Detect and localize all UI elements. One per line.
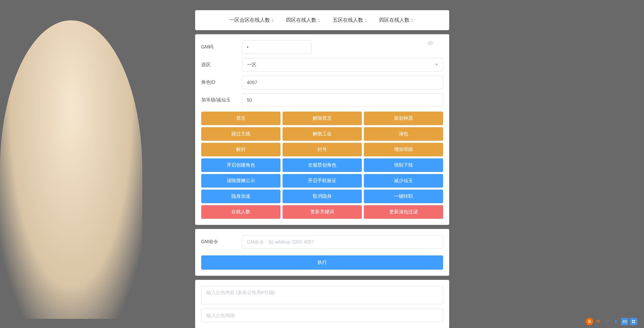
svg-rect-3 — [615, 320, 617, 322]
ime-logo-icon[interactable]: S — [586, 318, 593, 325]
roleid-label: 角色ID — [201, 79, 242, 85]
svg-rect-5 — [624, 321, 624, 322]
gm-command-card: GM命令 执行 — [195, 229, 449, 276]
gmcmd-label: GM命令 — [201, 239, 242, 245]
ban-button[interactable]: 封号 — [283, 143, 362, 156]
add-level-button[interactable]: 增加等级 — [364, 143, 443, 156]
ime-mic-icon[interactable] — [612, 318, 620, 325]
online-stats-card: 一区合区在线人数： 四区在线人数： 五区在线人数： 四区在线人数： — [195, 10, 449, 30]
gmcode-input[interactable] — [242, 40, 311, 54]
execute-button[interactable]: 执行 — [201, 255, 443, 270]
clear-stall-button[interactable]: 清除摆摊公示 — [201, 174, 281, 188]
ime-toolbar: S 中 — [586, 318, 637, 325]
svg-rect-9 — [634, 320, 635, 322]
svg-point-0 — [430, 42, 431, 44]
stat-zone1: 一区合区在线人数： — [229, 17, 275, 23]
action-button-grid: 禁言 解除禁言 策划神器 跳过主线 解散工会 清包 解封 封号 增加等级 开启创… — [201, 112, 443, 219]
eye-icon[interactable] — [428, 40, 433, 47]
level-label: 加等级/减仙玉 — [201, 97, 242, 103]
svg-point-1 — [606, 322, 607, 323]
gm-form-card: GM码 选区 角色ID 加等级/减仙玉 禁言 解除禁言 策划神器 — [195, 34, 449, 225]
enable-create-role-button[interactable]: 开启创建角色 — [201, 158, 281, 172]
ime-grid-icon[interactable] — [630, 318, 637, 325]
ime-keyboard-icon[interactable] — [621, 318, 628, 325]
enable-phone-verify-button[interactable]: 开启手机验证 — [283, 174, 362, 188]
force-offline-button[interactable]: 强制下线 — [364, 158, 443, 172]
mute-button[interactable]: 禁言 — [201, 112, 281, 125]
online-count-button[interactable]: 在线人数 — [201, 205, 281, 219]
disband-guild-button[interactable]: 解散工会 — [283, 127, 362, 141]
reduce-jade-button[interactable]: 减少仙玉 — [364, 174, 443, 188]
main-container: 一区合区在线人数： 四区在线人数： 五区在线人数： 四区在线人数： GM码 选区… — [195, 0, 449, 328]
svg-point-2 — [607, 320, 608, 321]
disable-create-role-button[interactable]: 全服禁创角色 — [283, 158, 362, 172]
roleid-input[interactable] — [242, 76, 443, 89]
stat-zone4a: 四区在线人数： — [286, 17, 321, 23]
stealth-speed-button[interactable]: 隐身加速 — [201, 190, 281, 203]
cancel-stealth-button[interactable]: 取消隐身 — [283, 190, 362, 203]
announce-card — [195, 280, 449, 328]
svg-rect-11 — [634, 322, 635, 323]
svg-rect-7 — [625, 321, 626, 322]
skip-main-button[interactable]: 跳过主线 — [201, 127, 281, 141]
ime-punct-icon[interactable] — [603, 318, 611, 325]
gmcmd-input[interactable] — [242, 235, 443, 249]
gmcode-label: GM码 — [201, 44, 242, 50]
stat-zone4b: 四区在线人数： — [379, 17, 415, 23]
zone-select[interactable] — [242, 58, 443, 72]
announce-interval-input[interactable] — [201, 309, 443, 322]
zone-label: 选区 — [201, 62, 242, 68]
svg-rect-8 — [632, 320, 633, 322]
stat-zone5: 五区在线人数： — [333, 17, 368, 23]
unban-button[interactable]: 解封 — [201, 143, 281, 156]
update-keywords-button[interactable]: 更新关键词 — [283, 205, 362, 219]
change-job-button[interactable]: 一键转职 — [364, 190, 443, 203]
plan-artifact-button[interactable]: 策划神器 — [364, 112, 443, 125]
update-clearbag-filter-button[interactable]: 更新清包过滤 — [364, 205, 443, 219]
character-image — [0, 20, 142, 319]
ime-lang-button[interactable]: 中 — [595, 318, 602, 325]
level-input[interactable] — [242, 93, 443, 107]
clear-bag-button[interactable]: 清包 — [364, 127, 443, 141]
unmute-button[interactable]: 解除禁言 — [283, 112, 362, 125]
svg-rect-6 — [624, 321, 625, 322]
announce-content-input[interactable] — [201, 286, 443, 304]
svg-rect-10 — [632, 322, 633, 323]
